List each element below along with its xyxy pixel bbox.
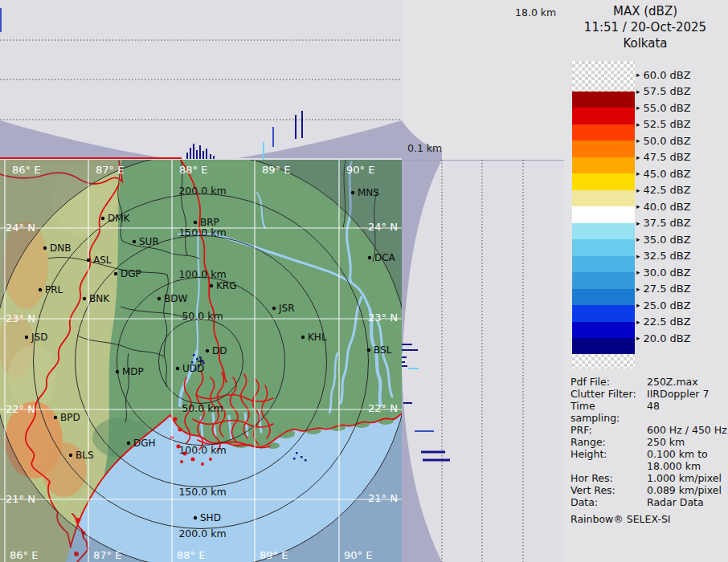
city-dot — [39, 288, 42, 291]
ring-distance-label: 50.0 km — [182, 402, 223, 414]
scale-tick-label: ▸50.0 dBZ — [636, 135, 691, 147]
longitude-label: 86° E — [10, 549, 38, 561]
longitude-label: 86° E — [12, 164, 40, 176]
city-dot — [69, 454, 72, 457]
metadata-row: Data:Radar Data — [571, 496, 728, 508]
echo-cell — [194, 369, 197, 371]
city-label: BDW — [164, 293, 187, 304]
echo-cell — [202, 362, 205, 364]
radar-display: 86° E86° E87° E87° E88° E88° E89° E89° E… — [0, 0, 728, 562]
product-header: MAX (dBZ) 11:51 / 20-Oct-2025 Kolkata — [562, 3, 728, 51]
scale-tick-label: ▸20.0 dBZ — [636, 332, 691, 344]
vertical-projection-right-panel — [402, 0, 564, 562]
scale-tick-label: ▸32.5 dBZ — [636, 250, 691, 262]
ring-distance-label: 150.0 km — [178, 486, 226, 498]
city-label: BPD — [60, 412, 80, 423]
echo-cell — [293, 458, 296, 460]
city-label: BRP — [200, 217, 219, 228]
longitude-label: 88° E — [177, 549, 205, 561]
scan-timestamp: 11:51 / 20-Oct-2025 — [562, 19, 728, 35]
ring-distance-label: 200.0 km — [178, 527, 226, 540]
ring-distance-label: 50.0 km — [182, 310, 223, 322]
city-dot — [25, 336, 28, 339]
city-dot — [101, 217, 104, 220]
metadata-row: Hor Res:1.000 km/pixel — [571, 472, 728, 484]
metadata-row: Height:0.100 km to — [571, 448, 728, 460]
city-dot — [133, 240, 136, 243]
city-label: PRL — [45, 284, 63, 295]
longitude-label: 89° E — [260, 549, 288, 561]
latitude-label: 24° N — [6, 222, 35, 234]
product-metadata: Pdf File:250Z.maxClutter Filter:IIRDoppl… — [571, 376, 728, 525]
city-label: DGP — [121, 268, 141, 279]
city-label: DD — [212, 345, 227, 356]
city-label: KRG — [216, 280, 237, 291]
scale-band — [572, 223, 635, 240]
longitude-label: 89° E — [262, 164, 290, 176]
city-dot — [301, 336, 305, 339]
echo-cell — [198, 365, 200, 368]
scale-tick-label: ▸42.5 dBZ — [636, 184, 691, 196]
metadata-row: Range:250 km — [571, 436, 728, 448]
city-dot — [176, 367, 179, 370]
scale-band-tail — [572, 354, 635, 369]
latitude-label: 24° N — [368, 221, 398, 233]
latitude-label: 21° N — [368, 492, 398, 504]
city-dot — [210, 284, 213, 287]
ring-distance-label: 100.0 km — [178, 268, 226, 280]
scale-tick-label: ▸47.5 dBZ — [636, 151, 691, 163]
city-label: ASL — [93, 255, 112, 266]
product-name: MAX (dBZ) — [562, 3, 728, 19]
echo-cell — [296, 452, 298, 454]
city-label: JSD — [31, 332, 47, 343]
city-label: UDD — [182, 363, 204, 374]
city-dot — [157, 297, 161, 300]
station-name: Kolkata — [562, 35, 728, 51]
echo-cell — [196, 358, 198, 360]
city-dot — [43, 246, 47, 250]
latitude-label: 23° N — [6, 312, 35, 324]
city-label: MDP — [122, 366, 144, 377]
height-axis-min-label: 0.1 km — [407, 142, 442, 154]
scale-tick-label: ▸60.0 dBZ — [636, 69, 691, 81]
city-label: SUR — [139, 236, 159, 247]
border-line-top-edge — [0, 157, 182, 159]
city-dot — [368, 256, 371, 259]
city-label: BSL — [374, 344, 392, 356]
city-dot — [87, 259, 90, 262]
latitude-label: 22° N — [368, 402, 398, 414]
city-dot — [127, 442, 130, 445]
city-label: JSR — [278, 303, 295, 314]
city-label: DMK — [108, 213, 131, 224]
metadata-row: Time sampling:48 — [571, 400, 728, 424]
scale-band — [572, 92, 635, 108]
latitude-label: 21° N — [6, 493, 35, 505]
scale-band — [572, 190, 635, 207]
city-dot — [83, 297, 86, 300]
echo-cell — [201, 360, 203, 362]
height-axis-max-label: 18.0 km — [515, 6, 556, 18]
scale-tick-label: ▸52.5 dBZ — [636, 118, 691, 130]
scale-band — [572, 256, 635, 273]
city-dot — [116, 370, 119, 373]
metadata-row: Clutter Filter:IIRDoppler 7 — [571, 388, 728, 400]
city-label: SHD — [200, 512, 221, 523]
scale-tick-label: ▸22.5 dBZ — [636, 316, 691, 328]
right-panel-bg — [402, 160, 564, 562]
scale-band — [572, 272, 635, 289]
city-label: KHL — [308, 332, 327, 343]
scale-tick-label: ▸40.0 dBZ — [636, 201, 691, 213]
scale-band — [572, 157, 635, 174]
scale-tick-label: ▸55.0 dBZ — [636, 102, 691, 114]
metadata-row: PRF:600 Hz / 450 Hz — [571, 424, 728, 436]
city-dot — [54, 416, 57, 419]
city-label: DNB — [50, 242, 71, 254]
vertical-projection-top-panel — [0, 0, 402, 160]
city-label: MNS — [358, 187, 379, 198]
scale-tick-label: ▸45.0 dBZ — [636, 168, 691, 180]
echo-cell — [305, 459, 307, 462]
longitude-label: 90° E — [344, 549, 372, 561]
city-dot — [367, 348, 370, 352]
ring-distance-label: 100.0 km — [178, 444, 226, 456]
metadata-row: Pdf File:250Z.max — [571, 376, 728, 388]
